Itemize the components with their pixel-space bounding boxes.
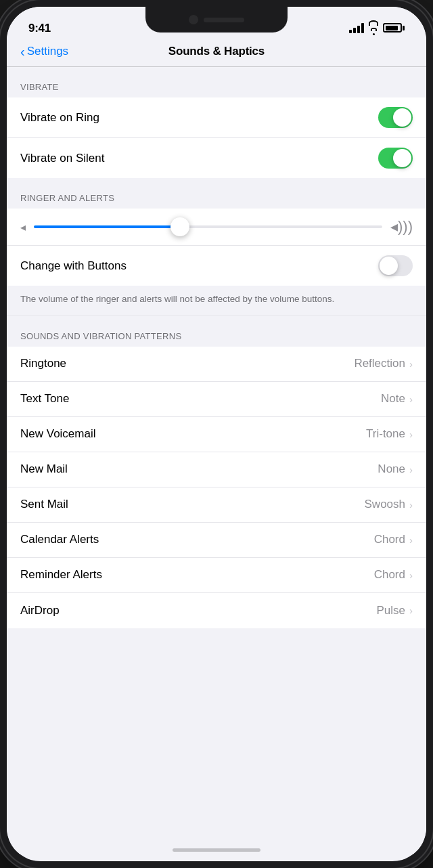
new-mail-label: New Mail <box>20 462 68 476</box>
text-tone-label: Text Tone <box>20 392 69 406</box>
vibrate-on-ring-label: Vibrate on Ring <box>20 111 99 125</box>
nav-bar: ‹ Settings Sounds & Haptics <box>7 41 426 67</box>
sent-mail-value: Swoosh › <box>365 498 413 511</box>
volume-low-icon: ◂ <box>20 221 26 234</box>
vibrate-group: Vibrate on Ring Vibrate on Silent <box>7 97 426 178</box>
calendar-alerts-label: Calendar Alerts <box>20 533 99 546</box>
volume-slider-row: ◂ ◂))) <box>7 209 426 246</box>
ringtone-row[interactable]: Ringtone Reflection › <box>7 347 426 382</box>
slider-thumb[interactable] <box>170 217 189 236</box>
sent-mail-row[interactable]: Sent Mail Swoosh › <box>7 487 426 523</box>
vibrate-on-ring-row[interactable]: Vibrate on Ring <box>7 97 426 138</box>
ringtone-value: Reflection › <box>354 357 413 370</box>
battery-icon <box>383 23 405 32</box>
change-with-buttons-row[interactable]: Change with Buttons <box>7 246 426 286</box>
notch <box>145 7 288 32</box>
chevron-right-icon-2: › <box>409 393 413 405</box>
back-label: Settings <box>27 45 68 58</box>
vibrate-on-silent-toggle[interactable] <box>378 148 413 169</box>
toggle-thumb-2 <box>393 149 411 167</box>
sounds-group: Ringtone Reflection › Text Tone Note › <box>7 347 426 628</box>
airdrop-value: Pulse › <box>376 604 413 617</box>
status-time: 9:41 <box>28 22 51 35</box>
slider-row: ◂ ◂))) <box>20 218 413 236</box>
slider-fill <box>34 225 180 228</box>
calendar-alerts-row[interactable]: Calendar Alerts Chord › <box>7 523 426 558</box>
change-with-buttons-label: Change with Buttons <box>20 259 127 273</box>
screen: 9:41 <box>7 7 426 861</box>
vibrate-on-silent-label: Vibrate on Silent <box>20 152 104 165</box>
settings-content: VIBRATE Vibrate on Ring Vibrate on Silen… <box>7 67 426 854</box>
vibrate-on-silent-row[interactable]: Vibrate on Silent <box>7 138 426 178</box>
sounds-section-header: SOUNDS AND VIBRATION PATTERNS <box>7 316 426 347</box>
signal-bars <box>349 23 364 33</box>
phone-frame: 9:41 <box>0 0 433 868</box>
chevron-right-icon: › <box>409 358 413 370</box>
volume-high-icon: ◂))) <box>390 218 413 236</box>
calendar-alerts-value: Chord › <box>374 533 413 546</box>
change-with-buttons-toggle[interactable] <box>378 255 413 276</box>
new-mail-value: None › <box>378 462 413 476</box>
ringer-group: ◂ ◂))) Change with Buttons <box>7 209 426 286</box>
chevron-right-icon-3: › <box>409 429 413 440</box>
new-mail-row[interactable]: New Mail None › <box>7 452 426 487</box>
wifi-icon <box>369 20 378 35</box>
text-tone-row[interactable]: Text Tone Note › <box>7 382 426 417</box>
chevron-right-icon-7: › <box>409 569 413 581</box>
vibrate-on-ring-toggle[interactable] <box>378 107 413 128</box>
chevron-right-icon-6: › <box>409 534 413 546</box>
ringer-section-header: RINGER AND ALERTS <box>7 178 426 209</box>
toggle-thumb-3 <box>380 257 398 275</box>
vibrate-section-header: VIBRATE <box>7 67 426 97</box>
chevron-left-icon: ‹ <box>20 45 25 58</box>
ringtone-label: Ringtone <box>20 357 66 370</box>
new-voicemail-row[interactable]: New Voicemail Tri-tone › <box>7 417 426 452</box>
signal-bar-2 <box>353 28 356 33</box>
earpiece-speaker <box>204 18 244 22</box>
page-title: Sounds & Haptics <box>168 45 265 58</box>
signal-bar-4 <box>361 23 364 33</box>
new-voicemail-label: New Voicemail <box>20 427 96 441</box>
back-button[interactable]: ‹ Settings <box>20 45 68 58</box>
chevron-right-icon-5: › <box>409 499 413 511</box>
chevron-right-icon-8: › <box>409 605 413 616</box>
airdrop-row[interactable]: AirDrop Pulse › <box>7 593 426 628</box>
reminder-alerts-label: Reminder Alerts <box>20 568 102 582</box>
volume-note: The volume of the ringer and alerts will… <box>7 286 426 316</box>
chevron-right-icon-4: › <box>409 464 413 475</box>
new-voicemail-value: Tri-tone › <box>366 427 413 441</box>
text-tone-value: Note › <box>381 392 413 406</box>
airdrop-label: AirDrop <box>20 604 60 617</box>
status-icons <box>349 20 405 35</box>
reminder-alerts-row[interactable]: Reminder Alerts Chord › <box>7 558 426 593</box>
signal-bar-1 <box>349 30 352 33</box>
volume-slider-track[interactable] <box>34 225 382 228</box>
toggle-thumb <box>393 108 411 127</box>
sent-mail-label: Sent Mail <box>20 498 68 511</box>
reminder-alerts-value: Chord › <box>374 568 413 582</box>
home-indicator[interactable] <box>173 848 260 852</box>
signal-bar-3 <box>357 26 360 33</box>
front-camera <box>189 15 198 24</box>
